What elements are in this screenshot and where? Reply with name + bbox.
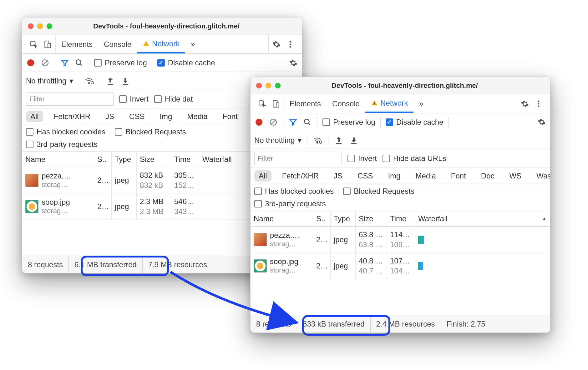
record-button[interactable] <box>26 58 35 68</box>
disable-cache-checkbox[interactable]: Disable cache <box>386 118 444 127</box>
more-tabs-button[interactable]: » <box>185 35 200 53</box>
checkbox-icon <box>119 95 127 103</box>
checkbox-icon <box>26 128 33 136</box>
filter-icon[interactable] <box>60 58 69 68</box>
col-time[interactable]: Time <box>171 152 199 167</box>
download-har-icon[interactable] <box>121 76 130 86</box>
inspect-element-icon[interactable] <box>257 99 267 108</box>
upload-har-icon[interactable] <box>334 136 343 145</box>
gear-icon[interactable] <box>272 40 281 49</box>
row-time-sub: 109… <box>390 240 410 249</box>
col-status[interactable]: S.. <box>94 152 112 167</box>
tab-network[interactable]: Network <box>365 94 413 113</box>
type-chip-media[interactable]: Media <box>183 111 212 122</box>
minimize-window-button[interactable] <box>266 83 271 88</box>
tab-elements[interactable]: Elements <box>56 35 98 53</box>
type-chip-font[interactable]: Font <box>447 170 470 182</box>
throttling-select[interactable]: No throttling ▾ <box>26 77 73 85</box>
table-row[interactable]: pezza.…storag… 2… jpeg 63.8 …63.8 … 114…… <box>251 227 550 253</box>
clear-icon[interactable] <box>269 118 278 127</box>
table-row[interactable]: soop.jpgstorag… 2… jpeg 40.8 …40.7 … 107… <box>251 253 550 279</box>
row-type: jpeg <box>331 253 356 279</box>
col-name[interactable]: Name <box>22 152 94 167</box>
type-chip-img[interactable]: Img <box>155 111 176 122</box>
row-status: 2… <box>313 227 331 252</box>
hide-data-urls-checkbox[interactable]: Hide dat <box>154 95 193 103</box>
divider <box>448 117 449 127</box>
inspect-element-icon[interactable] <box>29 40 38 49</box>
close-window-button[interactable] <box>256 83 262 88</box>
row-time-sub: 343… <box>174 207 194 216</box>
preserve-log-checkbox[interactable]: Preserve log <box>94 58 147 67</box>
third-party-checkbox[interactable]: 3rd-party requests <box>26 140 98 149</box>
col-size[interactable]: Size <box>356 211 387 226</box>
row-domain: storag… <box>270 266 298 274</box>
hide-data-urls-checkbox[interactable]: Hide data URLs <box>383 154 446 163</box>
type-chip-media[interactable]: Media <box>411 170 440 182</box>
gear-icon[interactable] <box>537 118 546 127</box>
disable-cache-label: Disable cache <box>168 58 215 67</box>
close-window-button[interactable] <box>28 23 33 29</box>
titlebar[interactable]: DevTools - foul-heavenly-direction.glitc… <box>251 77 550 94</box>
device-toggle-icon[interactable] <box>43 40 52 49</box>
more-tabs-button[interactable]: » <box>413 94 429 113</box>
throttling-select[interactable]: No throttling ▾ <box>254 136 302 145</box>
type-chip-fetch[interactable]: Fetch/XHR <box>278 170 323 182</box>
tab-elements[interactable]: Elements <box>284 94 327 113</box>
blocked-requests-checkbox[interactable]: Blocked Requests <box>343 187 414 196</box>
type-chip-css[interactable]: CSS <box>353 170 377 182</box>
maximize-window-button[interactable] <box>275 83 281 88</box>
blocked-requests-checkbox[interactable]: Blocked Requests <box>115 128 186 136</box>
search-icon[interactable] <box>303 118 312 127</box>
svg-line-9 <box>43 61 47 65</box>
clear-icon[interactable] <box>40 58 50 68</box>
col-time[interactable]: Time <box>387 211 415 226</box>
third-party-checkbox[interactable]: 3rd-party requests <box>254 199 326 208</box>
gear-icon[interactable] <box>289 58 298 68</box>
titlebar[interactable]: DevTools - foul-heavenly-direction.glitc… <box>22 18 302 35</box>
type-chip-doc[interactable]: Doc <box>477 170 499 182</box>
col-type[interactable]: Type <box>331 211 356 226</box>
col-name[interactable]: Name <box>251 211 313 226</box>
type-chip-wasm[interactable]: Wasm <box>532 170 550 182</box>
type-chip-font[interactable]: Font <box>218 111 242 122</box>
kebab-menu-icon[interactable] <box>286 40 295 49</box>
type-chip-css[interactable]: CSS <box>125 111 149 122</box>
type-chip-js[interactable]: JS <box>101 111 119 122</box>
tab-console[interactable]: Console <box>327 94 365 113</box>
type-chip-js[interactable]: JS <box>329 170 347 182</box>
download-har-icon[interactable] <box>349 136 358 145</box>
wifi-settings-icon[interactable] <box>313 136 322 145</box>
upload-har-icon[interactable] <box>106 76 115 86</box>
type-chip-img[interactable]: Img <box>383 170 405 182</box>
invert-checkbox[interactable]: Invert <box>119 95 149 103</box>
record-button[interactable] <box>254 118 264 127</box>
type-chip-all[interactable]: All <box>26 111 43 122</box>
row-size-sub: 40.7 … <box>359 266 383 276</box>
search-icon[interactable] <box>74 58 84 68</box>
type-chip-fetch[interactable]: Fetch/XHR <box>49 111 95 122</box>
type-chip-ws[interactable]: WS <box>505 170 526 182</box>
col-status[interactable]: S.. <box>313 211 331 226</box>
col-type[interactable]: Type <box>112 152 137 167</box>
divider <box>89 58 89 68</box>
filter-icon[interactable] <box>288 118 298 127</box>
maximize-window-button[interactable] <box>47 23 52 29</box>
filter-input[interactable]: Filter <box>254 152 342 165</box>
filter-input[interactable]: Filter <box>26 92 114 106</box>
gear-icon[interactable] <box>520 99 530 108</box>
col-size[interactable]: Size <box>137 152 171 167</box>
wifi-settings-icon[interactable] <box>85 76 94 86</box>
blocked-cookies-checkbox[interactable]: Has blocked cookies <box>26 128 105 136</box>
disable-cache-checkbox[interactable]: Disable cache <box>157 58 215 67</box>
device-toggle-icon[interactable] <box>271 99 281 108</box>
type-chip-all[interactable]: All <box>254 170 271 182</box>
tab-network[interactable]: Network <box>137 35 185 53</box>
minimize-window-button[interactable] <box>37 23 43 29</box>
invert-checkbox[interactable]: Invert <box>347 154 377 163</box>
tab-console[interactable]: Console <box>98 35 137 53</box>
kebab-menu-icon[interactable] <box>534 99 543 108</box>
preserve-log-checkbox[interactable]: Preserve log <box>322 118 375 127</box>
col-waterfall[interactable]: Waterfall▲ <box>415 211 550 226</box>
blocked-cookies-checkbox[interactable]: Has blocked cookies <box>254 187 334 196</box>
